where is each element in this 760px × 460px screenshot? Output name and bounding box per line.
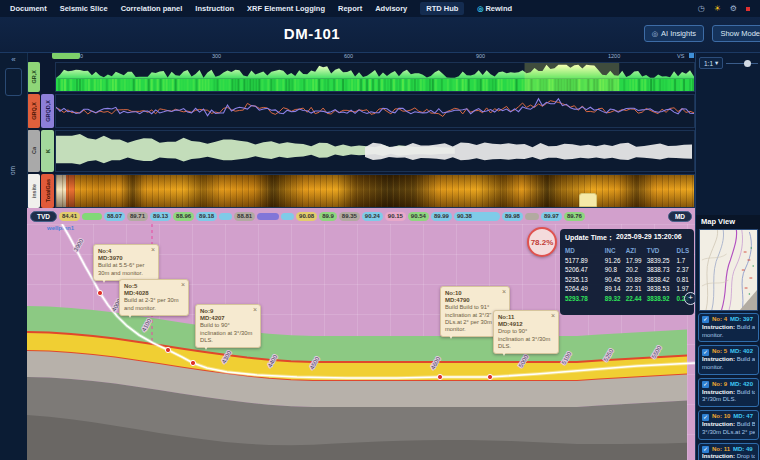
- callout-text: Build to 90° inclination at 3°/30m DLS.: [200, 322, 256, 344]
- menu-item-rtd-hub[interactable]: RTD Hub: [420, 2, 464, 15]
- ai-insights-icon: ◎: [652, 30, 658, 38]
- ruler-tick-label: 600: [344, 53, 353, 59]
- md-pill-label[interactable]: MD: [668, 211, 692, 222]
- ai-insights-button[interactable]: ◎ AI Insights: [644, 25, 704, 42]
- menu-item-advisory[interactable]: Advisory: [375, 4, 407, 13]
- menu-item-xrf-element-logging[interactable]: XRF Element Logging: [247, 4, 325, 13]
- scale-value-pill[interactable]: [82, 213, 102, 220]
- scale-value-pill[interactable]: 89.13: [150, 212, 171, 221]
- track-label-chip[interactable]: TotalGas: [41, 174, 54, 208]
- scale-value-pill[interactable]: 84.41: [59, 212, 80, 221]
- track-plot-3[interactable]: [55, 130, 695, 172]
- track-label-chip[interactable]: insite: [27, 174, 40, 208]
- page-title: DM-101: [284, 25, 340, 42]
- callout-text: Drop to 90° inclination at 3°/30m DLS.: [498, 328, 554, 350]
- slider-knob[interactable]: [744, 60, 751, 67]
- ruler-tick-label: 0: [80, 53, 83, 59]
- update-time-label: Update Time：: [565, 233, 614, 243]
- checkbox-checked-icon[interactable]: ✓: [702, 414, 709, 421]
- scale-value-pill[interactable]: 89.9: [319, 212, 337, 221]
- scale-value-pill[interactable]: 90.24: [362, 212, 383, 221]
- close-icon[interactable]: ×: [551, 313, 555, 319]
- expand-plus-icon[interactable]: +: [684, 292, 695, 305]
- close-icon[interactable]: ×: [151, 247, 155, 253]
- scale-value-pill[interactable]: 89.98: [502, 212, 523, 221]
- scale-value-pill[interactable]: 88.96: [173, 212, 194, 221]
- show-mode-label: Show Mode: [720, 29, 760, 38]
- instruction-card-list: ✓No: 4MD: 397Instruction: Build atmonito…: [696, 313, 760, 460]
- scale-value-pill[interactable]: 90.08: [296, 212, 317, 221]
- menu-item-report[interactable]: Report: [338, 4, 362, 13]
- map-thumbnail[interactable]: [699, 229, 758, 311]
- instruction-card-5[interactable]: ✓No: 5MD: 402Instruction: Build atmonito…: [698, 345, 759, 374]
- scale-value-pill[interactable]: 88.81: [234, 212, 255, 221]
- survey-row: 5177.8991.2617.993839.251.7: [565, 257, 689, 264]
- scale-value-pill[interactable]: 88.07: [104, 212, 125, 221]
- ruler-handle[interactable]: [52, 52, 80, 59]
- scale-value-pill[interactable]: 89.18: [196, 212, 217, 221]
- menu-item-instruction[interactable]: Instruction: [195, 4, 234, 13]
- track-label-chip[interactable]: Ca: [27, 130, 40, 172]
- zoom-ratio-value: 1:1: [704, 60, 713, 67]
- survey-col-tvd: TVD: [647, 247, 677, 254]
- scale-value-pill[interactable]: [281, 213, 294, 220]
- track-plot-1[interactable]: [55, 62, 695, 92]
- menu-item-document[interactable]: Document: [10, 4, 47, 13]
- survey-row: 5235.1390.4520.893838.420.81: [565, 276, 689, 283]
- left-rail: « om: [0, 52, 28, 460]
- menu-item-seismic-slice[interactable]: Seismic Slice: [60, 4, 108, 13]
- callout-no-11[interactable]: No:11MD:4912×Drop to 90° inclination at …: [493, 310, 559, 354]
- show-mode-button[interactable]: Show Mode: [712, 25, 760, 42]
- scale-value-pill[interactable]: 89.97: [541, 212, 562, 221]
- track-label-chip[interactable]: GRQ,X: [27, 94, 40, 128]
- checkbox-checked-icon[interactable]: ✓: [702, 381, 709, 388]
- scale-value-pill[interactable]: 89.99: [431, 212, 452, 221]
- zoom-slider[interactable]: [726, 58, 758, 68]
- callout-no-4[interactable]: No:4MD:3970×Build at 5.5-6° per 30m and …: [93, 244, 159, 281]
- track-label-chip[interactable]: GRQD,X: [41, 94, 54, 128]
- instruction-card-11[interactable]: ✓No: 11MD: 49Instruction: Drop to3°/30m …: [698, 443, 759, 460]
- scale-value-pill[interactable]: 89.35: [339, 212, 360, 221]
- close-icon[interactable]: ×: [253, 307, 257, 313]
- zoom-ratio-select[interactable]: 1:1 ▾: [699, 57, 723, 69]
- menu-item-correlation-panel[interactable]: Correlation panel: [121, 4, 183, 13]
- scale-value-pill[interactable]: [219, 213, 232, 220]
- scale-value-pill[interactable]: 90.54: [408, 212, 429, 221]
- instruction-card-4[interactable]: ✓No: 4MD: 397Instruction: Build atmonito…: [698, 313, 759, 342]
- survey-row: 5206.4790.820.23838.732.37: [565, 266, 689, 273]
- map-contours: [700, 230, 757, 310]
- gear-icon[interactable]: ⚙: [730, 4, 737, 13]
- collapse-chevron-icon[interactable]: «: [0, 55, 27, 64]
- track-plot-2[interactable]: [55, 94, 695, 128]
- cross-section-view[interactable]: wellplan1 Target Point A 78.2% Update Ti…: [27, 224, 695, 460]
- callout-no-9[interactable]: No:9MD:4207×Build to 90° inclination at …: [195, 304, 261, 348]
- scale-value-pill[interactable]: [257, 213, 279, 220]
- track-label-chip[interactable]: GR,X: [27, 62, 40, 92]
- track-plot-4[interactable]: [55, 174, 695, 208]
- left-rail-toolbox[interactable]: [5, 68, 22, 96]
- scale-value-pill[interactable]: 90.38: [454, 212, 500, 221]
- close-icon[interactable]: ×: [181, 282, 185, 288]
- ruler-tick-label: 300: [212, 53, 221, 59]
- vs-marker[interactable]: [689, 53, 694, 58]
- instruction-card-10[interactable]: ✓No: 10MD: 47Instruction: Build B3°/30m …: [698, 410, 759, 439]
- sun-theme-icon[interactable]: ☀: [714, 4, 721, 13]
- close-icon[interactable]: ×: [502, 289, 506, 295]
- instruction-card-9[interactable]: ✓No: 9MD: 420Instruction: Build to3°/30m…: [698, 378, 759, 407]
- ai-insights-label: AI Insights: [661, 29, 696, 38]
- callout-no-5[interactable]: No:5MD:4028×Build at 2-3° per 30m and mo…: [119, 279, 189, 316]
- checkbox-checked-icon[interactable]: ✓: [702, 349, 709, 356]
- log-tracks: GR,XGRQ,XGRQD,XCaKinsiteTotalGasimage: [27, 62, 695, 208]
- map-view-header: Map View: [696, 215, 760, 229]
- clock-icon[interactable]: ◷: [698, 4, 705, 13]
- scale-value-pill[interactable]: 90.15: [385, 212, 406, 221]
- notification-dot: [746, 7, 750, 11]
- scale-value-pill[interactable]: [525, 213, 539, 220]
- scale-value-pill[interactable]: 89.76: [564, 212, 585, 221]
- scale-value-pill[interactable]: 89.71: [127, 212, 148, 221]
- checkbox-checked-icon[interactable]: ✓: [702, 446, 709, 453]
- menu-item-rewind[interactable]: ◎Rewind: [477, 4, 512, 13]
- checkbox-checked-icon[interactable]: ✓: [702, 316, 709, 323]
- tvd-pill-label[interactable]: TVD: [30, 211, 57, 222]
- track-label-chip[interactable]: K: [41, 130, 54, 172]
